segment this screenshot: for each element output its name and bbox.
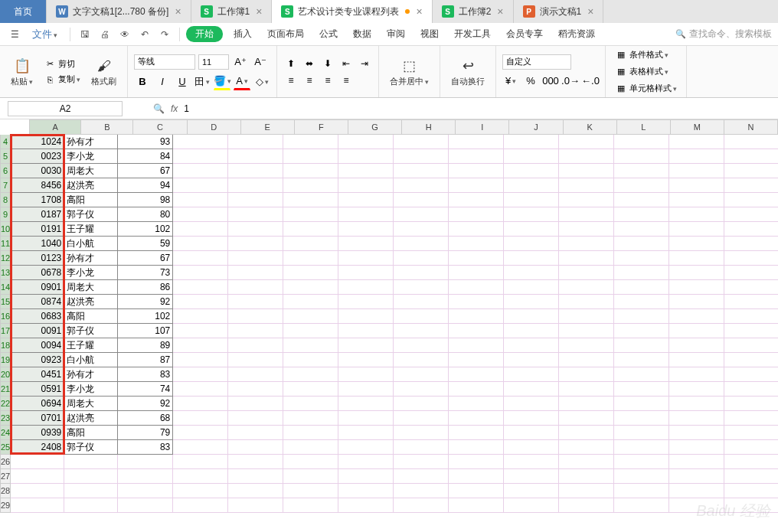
cell[interactable] — [614, 207, 669, 222]
cell[interactable]: 102 — [118, 309, 173, 324]
cell[interactable] — [614, 440, 669, 455]
cell[interactable]: 0701 — [11, 411, 64, 426]
cell[interactable] — [669, 178, 724, 193]
cell[interactable] — [173, 324, 228, 338]
cell[interactable] — [504, 426, 559, 440]
cell[interactable] — [449, 135, 504, 149]
cell[interactable] — [394, 222, 449, 237]
document-tab[interactable]: S工作簿2× — [433, 0, 514, 23]
cell[interactable]: 8456 — [11, 178, 64, 193]
column-header[interactable]: M — [671, 119, 724, 135]
cell[interactable] — [228, 469, 283, 484]
cell[interactable] — [504, 295, 559, 309]
cell[interactable] — [669, 411, 724, 426]
cell[interactable] — [559, 251, 614, 266]
close-icon[interactable]: × — [587, 5, 593, 18]
cell[interactable] — [283, 382, 338, 397]
cell[interactable] — [228, 178, 283, 193]
cell[interactable] — [449, 440, 504, 455]
cell[interactable] — [283, 309, 338, 324]
cell[interactable]: 孙有才 — [64, 135, 118, 149]
cell[interactable] — [283, 367, 338, 382]
column-header[interactable]: L — [617, 119, 671, 135]
cell[interactable] — [338, 484, 394, 498]
cell[interactable] — [504, 178, 559, 193]
row-header[interactable]: 5 — [0, 149, 11, 164]
cell[interactable] — [173, 149, 228, 164]
cell[interactable] — [283, 498, 338, 513]
cell[interactable] — [724, 178, 778, 193]
column-header[interactable]: I — [456, 119, 509, 135]
cell[interactable] — [614, 266, 669, 280]
cell[interactable] — [559, 222, 614, 237]
cell[interactable] — [283, 193, 338, 207]
conditional-format-button[interactable]: ▦条件格式 — [612, 48, 672, 62]
cell[interactable] — [338, 367, 394, 382]
cell[interactable] — [559, 178, 614, 193]
cell[interactable] — [338, 207, 394, 222]
row-header[interactable]: 24 — [0, 426, 11, 440]
cell[interactable] — [394, 455, 449, 469]
indent-increase-icon[interactable]: ⇥ — [357, 57, 372, 70]
border-button[interactable]: 田 — [194, 73, 211, 90]
cell[interactable]: 高阳 — [64, 309, 118, 324]
spreadsheet-grid[interactable]: ABCDEFGHIJKLMN 4567891011121314151617181… — [0, 119, 778, 532]
cell[interactable] — [504, 353, 559, 367]
name-box[interactable] — [8, 101, 123, 116]
cell[interactable] — [559, 484, 614, 498]
cell[interactable] — [504, 338, 559, 353]
cell[interactable] — [724, 251, 778, 266]
cell[interactable] — [669, 324, 724, 338]
cell[interactable] — [449, 411, 504, 426]
cell[interactable]: 白小航 — [64, 237, 118, 251]
cell[interactable] — [338, 411, 394, 426]
fill-color-button[interactable]: 🪣 — [214, 73, 230, 90]
save-icon[interactable]: 🖫 — [77, 26, 93, 43]
cell[interactable]: 李小龙 — [64, 149, 118, 164]
cell[interactable] — [394, 280, 449, 295]
cell[interactable] — [338, 164, 394, 178]
row-header[interactable]: 17 — [0, 324, 11, 338]
cell[interactable] — [283, 178, 338, 193]
column-header[interactable]: G — [348, 119, 402, 135]
cell[interactable] — [669, 397, 724, 411]
cell[interactable] — [338, 469, 394, 484]
cell[interactable] — [724, 440, 778, 455]
cell[interactable] — [614, 484, 669, 498]
cell[interactable] — [559, 266, 614, 280]
document-tab[interactable]: P演示文稿1× — [514, 0, 604, 23]
cell[interactable] — [173, 367, 228, 382]
cell[interactable] — [283, 266, 338, 280]
cell[interactable] — [504, 397, 559, 411]
cell[interactable]: 1040 — [11, 237, 64, 251]
align-left-icon[interactable]: ≡ — [283, 73, 299, 87]
cell[interactable]: 0678 — [11, 266, 64, 280]
cell[interactable] — [394, 498, 449, 513]
cell[interactable] — [449, 469, 504, 484]
cell[interactable] — [559, 193, 614, 207]
row-header[interactable]: 9 — [0, 207, 11, 222]
cell[interactable] — [283, 469, 338, 484]
cell[interactable] — [173, 455, 228, 469]
cell[interactable]: 0874 — [11, 295, 64, 309]
cell[interactable] — [614, 469, 669, 484]
column-header[interactable]: N — [724, 119, 778, 135]
cell[interactable] — [504, 382, 559, 397]
cell[interactable]: 89 — [118, 338, 173, 353]
print-icon[interactable]: 🖨 — [96, 26, 113, 43]
cell-style-button[interactable]: ▦单元格样式 — [612, 82, 680, 96]
cell[interactable] — [228, 280, 283, 295]
file-menu[interactable]: 文件 — [26, 28, 64, 41]
column-header[interactable]: K — [564, 119, 617, 135]
cell[interactable] — [559, 455, 614, 469]
cell[interactable] — [559, 440, 614, 455]
cell[interactable] — [614, 237, 669, 251]
font-color-button[interactable]: A — [234, 73, 250, 90]
cell[interactable]: 孙有才 — [64, 251, 118, 266]
cell[interactable] — [559, 280, 614, 295]
cell[interactable] — [64, 469, 118, 484]
cell[interactable] — [669, 440, 724, 455]
cell[interactable] — [449, 266, 504, 280]
cell[interactable]: 李小龙 — [64, 382, 118, 397]
cell[interactable] — [283, 440, 338, 455]
